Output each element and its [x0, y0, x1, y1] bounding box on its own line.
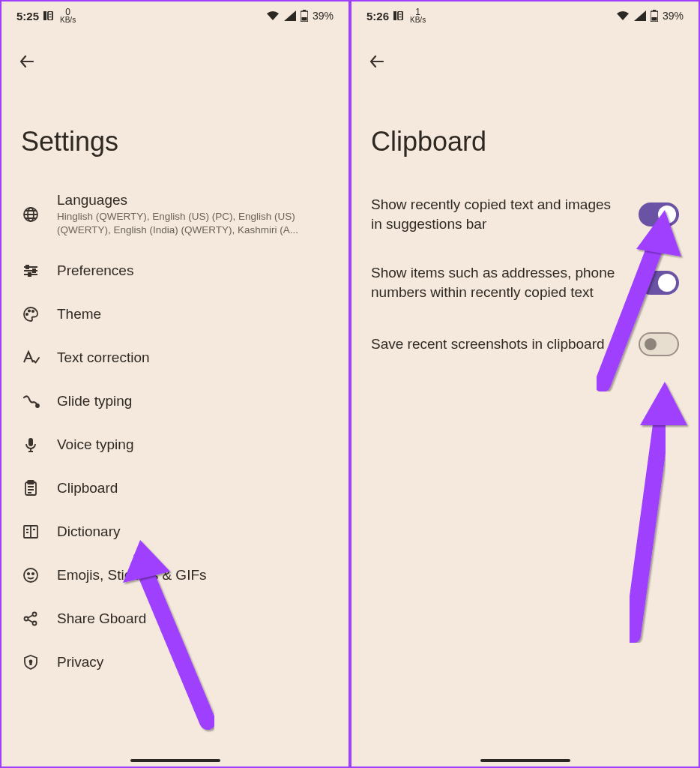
- svg-rect-29: [398, 11, 402, 20]
- battery-percent: 39%: [663, 10, 684, 22]
- dictionary-icon: [21, 522, 40, 542]
- svg-rect-28: [393, 11, 396, 20]
- settings-item-glide-typing[interactable]: Glide typing: [7, 380, 343, 423]
- option-label: Show recently copied text and images in …: [371, 195, 625, 233]
- settings-item-label: Theme: [57, 306, 329, 322]
- status-bar: 5:25 0 KB/s 39%: [1, 2, 349, 27]
- carrier-icon: [43, 11, 55, 20]
- settings-item-label: Dictionary: [57, 524, 329, 540]
- clipboard-option-show-items[interactable]: Show items such as addresses, phone numb…: [357, 248, 693, 316]
- carrier-icon: [393, 11, 405, 20]
- svg-rect-34: [651, 17, 657, 21]
- svg-rect-1: [48, 11, 52, 20]
- sliders-icon: [21, 261, 40, 280]
- glide-icon: [21, 392, 40, 411]
- svg-rect-6: [301, 17, 307, 21]
- settings-item-label: Text correction: [57, 350, 329, 366]
- option-label: Save recent screenshots in clipboard: [371, 334, 625, 354]
- svg-point-22: [32, 573, 34, 574]
- battery-icon: [651, 10, 658, 22]
- settings-item-text-correction[interactable]: Text correction: [7, 336, 343, 380]
- back-button[interactable]: [365, 50, 389, 74]
- svg-rect-31: [399, 16, 402, 17]
- settings-list: Languages Hinglish (QWERTY), English (US…: [1, 180, 349, 684]
- svg-rect-16: [28, 438, 33, 446]
- settings-item-label: Languages: [57, 192, 329, 208]
- shield-icon: [21, 652, 40, 672]
- status-clock: 5:25: [16, 10, 39, 22]
- svg-rect-2: [49, 14, 52, 15]
- toggle-switch[interactable]: [639, 332, 679, 356]
- settings-item-theme[interactable]: Theme: [7, 292, 343, 336]
- settings-item-label: Glide typing: [57, 393, 329, 410]
- svg-rect-11: [28, 273, 31, 276]
- clipboard-option-save-screenshots[interactable]: Save recent screenshots in clipboard: [357, 317, 693, 371]
- svg-rect-9: [26, 266, 28, 268]
- svg-rect-27: [30, 662, 31, 664]
- battery-percent: 39%: [313, 10, 334, 22]
- wifi-icon: [266, 10, 280, 21]
- annotation-arrow: [591, 373, 696, 643]
- share-icon: [21, 609, 40, 628]
- svg-point-20: [24, 568, 37, 582]
- settings-item-label: Voice typing: [57, 436, 329, 453]
- settings-item-emojis[interactable]: Emojis, Stickers & GIFs: [7, 554, 343, 597]
- svg-rect-0: [43, 11, 46, 20]
- status-bar: 5:26 1 KB/s 39%: [351, 2, 699, 27]
- svg-point-15: [36, 405, 39, 408]
- network-speed: 0 KB/s: [60, 8, 76, 24]
- toggle-switch[interactable]: [639, 271, 679, 295]
- svg-rect-10: [33, 269, 35, 272]
- settings-item-label: Share Gboard: [57, 610, 329, 627]
- phone-screenshot-right: 5:26 1 KB/s 39% Clipboard Show recently …: [350, 0, 700, 768]
- option-label: Show items such as addresses, phone numb…: [371, 263, 625, 302]
- nav-handle[interactable]: [130, 759, 220, 762]
- mic-icon: [21, 435, 40, 454]
- clipboard-icon: [21, 478, 40, 498]
- phone-screenshot-left: 5:25 0 KB/s 39% Settings Languages: [0, 0, 350, 768]
- globe-icon: [21, 205, 40, 224]
- settings-item-label: Privacy: [57, 654, 329, 670]
- svg-point-12: [26, 314, 28, 315]
- settings-item-dictionary[interactable]: Dictionary: [7, 510, 343, 554]
- svg-point-14: [32, 310, 34, 312]
- page-title: Clipboard: [351, 81, 699, 180]
- back-button[interactable]: [15, 50, 39, 74]
- clipboard-options-list: Show recently copied text and images in …: [351, 180, 699, 371]
- settings-item-voice-typing[interactable]: Voice typing: [7, 423, 343, 466]
- settings-item-preferences[interactable]: Preferences: [7, 249, 343, 292]
- svg-rect-3: [49, 16, 52, 17]
- settings-item-share-gboard[interactable]: Share Gboard: [7, 597, 343, 640]
- page-title: Settings: [1, 81, 349, 180]
- palette-icon: [21, 304, 40, 324]
- toggle-switch[interactable]: [639, 202, 679, 226]
- nav-handle[interactable]: [480, 759, 570, 762]
- signal-icon: [634, 10, 646, 21]
- settings-item-label: Preferences: [57, 262, 329, 279]
- settings-item-label: Emojis, Stickers & GIFs: [57, 567, 329, 584]
- battery-icon: [301, 10, 308, 22]
- emoji-icon: [21, 566, 40, 585]
- wifi-icon: [616, 10, 630, 21]
- svg-rect-18: [28, 481, 34, 484]
- text-correction-icon: [21, 348, 40, 368]
- settings-item-subtitle: Hinglish (QWERTY), English (US) (PC), En…: [57, 210, 329, 237]
- svg-point-21: [28, 573, 29, 574]
- status-clock: 5:26: [366, 10, 389, 22]
- svg-rect-30: [399, 14, 402, 15]
- signal-icon: [284, 10, 296, 21]
- settings-item-clipboard[interactable]: Clipboard: [7, 466, 343, 510]
- settings-item-languages[interactable]: Languages Hinglish (QWERTY), English (US…: [7, 180, 343, 249]
- settings-item-privacy[interactable]: Privacy: [7, 640, 343, 684]
- settings-item-label: Clipboard: [57, 480, 329, 496]
- svg-point-13: [28, 310, 30, 312]
- clipboard-option-show-recent[interactable]: Show recently copied text and images in …: [357, 180, 693, 248]
- network-speed: 1 KB/s: [410, 8, 426, 24]
